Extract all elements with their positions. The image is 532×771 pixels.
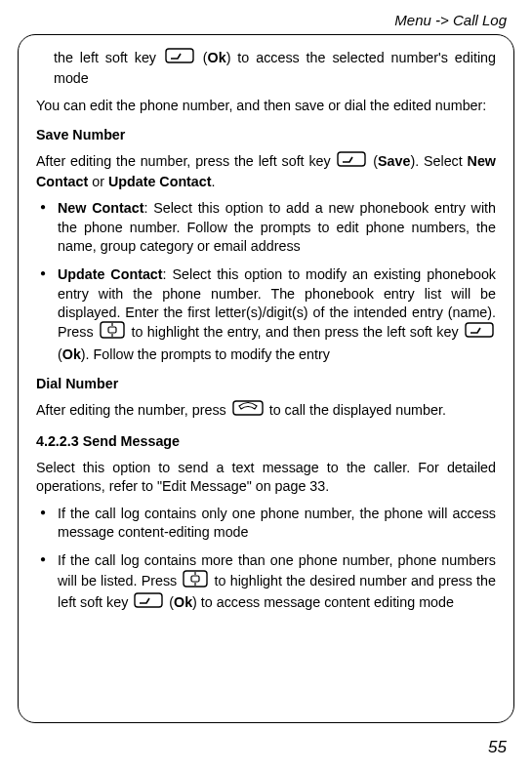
svg-rect-9 bbox=[191, 576, 199, 582]
bullet-label: Update Contact bbox=[58, 266, 163, 282]
list-item: If the call log contains only one phone … bbox=[36, 505, 496, 543]
text: If the call log contains only one phone … bbox=[58, 506, 496, 540]
call-key-icon bbox=[232, 400, 264, 421]
svg-rect-3 bbox=[108, 327, 116, 333]
nav-key-icon bbox=[100, 321, 125, 344]
header-breadcrumb: Menu -> Call Log bbox=[18, 12, 514, 28]
save-number-heading: Save Number bbox=[36, 127, 496, 142]
text: the left soft key bbox=[54, 50, 163, 65]
text: ) to access message content editing mode bbox=[192, 594, 454, 610]
ok-label: Ok bbox=[174, 594, 192, 610]
text: or bbox=[88, 174, 108, 189]
manual-page: Menu -> Call Log the left soft key (Ok) … bbox=[0, 0, 532, 771]
send-message-heading: 4.2.2.3 Send Message bbox=[36, 433, 496, 449]
content-frame: the left soft key (Ok) to access the sel… bbox=[18, 34, 514, 723]
intro-line-1: the left soft key (Ok) to access the sel… bbox=[54, 49, 496, 89]
send-message-bullets: If the call log contains only one phone … bbox=[36, 505, 496, 614]
nav-key-icon bbox=[183, 570, 208, 592]
text: After editing the number, press bbox=[36, 402, 230, 418]
left-softkey-icon bbox=[337, 151, 366, 172]
dial-number-para: After editing the number, press to call … bbox=[36, 401, 496, 422]
ok-label: Ok bbox=[208, 50, 226, 65]
list-item: New Contact: Select this option to add a… bbox=[36, 199, 496, 256]
ok-label: Ok bbox=[62, 346, 81, 362]
page-number: 55 bbox=[488, 738, 507, 757]
text: ). Select bbox=[410, 153, 467, 169]
list-item: Update Contact: Select this option to mo… bbox=[36, 265, 496, 363]
intro-line-2: You can edit the phone number, and then … bbox=[36, 97, 496, 115]
list-item: If the call log contains more than one p… bbox=[36, 551, 496, 614]
save-number-bullets: New Contact: Select this option to add a… bbox=[36, 199, 496, 363]
text: . bbox=[212, 174, 216, 189]
save-number-para: After editing the number, press the left… bbox=[36, 152, 496, 192]
left-softkey-icon bbox=[134, 592, 163, 613]
bullet-label: New Contact bbox=[58, 200, 143, 216]
dial-number-heading: Dial Number bbox=[36, 376, 496, 391]
text: to call the displayed number. bbox=[269, 402, 446, 418]
save-label: Save bbox=[378, 153, 410, 169]
text: After editing the number, press the left… bbox=[36, 153, 335, 169]
update-contact-label: Update Contact bbox=[108, 174, 212, 189]
send-message-para: Select this option to send a text messag… bbox=[36, 459, 496, 497]
left-softkey-icon bbox=[165, 48, 194, 68]
text: to highlight the entry, and then press t… bbox=[131, 325, 463, 341]
left-softkey-icon bbox=[465, 322, 494, 343]
text: ). Follow the prompts to modify the entr… bbox=[81, 346, 330, 362]
